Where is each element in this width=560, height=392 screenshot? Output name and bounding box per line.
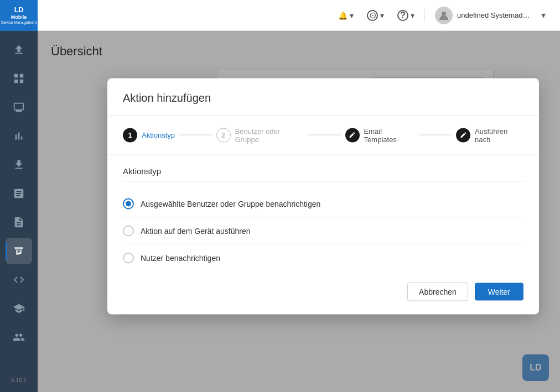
radio-label-device-action: Aktion auf dem Gerät ausführen <box>141 226 250 235</box>
step-2-circle: 2 <box>216 128 231 142</box>
compass-button[interactable]: ⊙ ▾ <box>361 7 390 24</box>
sidebar-item-filter[interactable] <box>6 238 32 264</box>
help-chevron: ▾ <box>411 11 414 20</box>
active-indicator <box>6 242 7 260</box>
next-button[interactable]: Weiter <box>475 283 523 300</box>
modal-body: Aktionstyp Ausgewählte Benutzer oder Gru… <box>107 155 539 271</box>
topbar-actions: 🔔 ▾ ⊙ ▾ ? ▾ undefined Systemadmi... ▾ <box>333 3 551 28</box>
user-menu[interactable]: undefined Systemadmi... ▾ <box>429 3 551 28</box>
step-4-label: Ausführen nach <box>475 127 523 143</box>
step-2: 2 Benutzer oder Gruppe <box>216 127 304 143</box>
steps-bar: 1 Aktionstyp 2 Benutzer oder Gruppe Emai… <box>107 116 539 155</box>
radio-label-notify-group: Ausgewählte Benutzer oder Gruppe benachr… <box>141 199 320 208</box>
radio-options-list: Ausgewählte Benutzer oder Gruppe benachr… <box>123 190 523 271</box>
sidebar-item-chart[interactable] <box>6 123 32 149</box>
step-1-label: Aktionstyp <box>142 131 175 139</box>
sidebar-item-upload[interactable] <box>6 36 32 63</box>
step-1-circle: 1 <box>123 128 137 142</box>
step-connector-3 <box>419 135 452 135</box>
cancel-button[interactable]: Abbrechen <box>407 282 468 301</box>
username-label: undefined Systemadmi... <box>457 11 535 19</box>
step-2-number: 2 <box>221 131 225 139</box>
compass-icon: ⊙ <box>367 10 378 21</box>
step-1: 1 Aktionstyp <box>123 128 175 142</box>
radio-label-notify-user: Nutzer benachrichtigen <box>141 253 220 262</box>
step-1-number: 1 <box>128 131 132 139</box>
topbar: LD Mobile Device Management 🔔 ▾ ⊙ ▾ ? ▾ <box>0 0 560 31</box>
avatar <box>435 7 453 24</box>
step-3-label: Email Templates <box>364 127 415 143</box>
modal-add-action: Aktion hinzufügen 1 Aktionstyp 2 Benutze… <box>107 78 539 314</box>
sidebar-item-download[interactable] <box>6 151 32 178</box>
step-4: Ausführen nach <box>456 127 523 143</box>
step-connector-2 <box>308 135 341 135</box>
sidebar-item-grid[interactable] <box>6 65 32 92</box>
modal-header: Aktion hinzufügen <box>107 78 539 116</box>
step-2-label: Benutzer oder Gruppe <box>235 127 304 143</box>
step-connector-1 <box>179 135 212 135</box>
bell-button[interactable]: 🔔 ▾ <box>333 8 359 23</box>
radio-option-device-action[interactable]: Aktion auf dem Gerät ausführen <box>123 217 523 244</box>
topbar-divider <box>424 9 425 22</box>
sidebar-item-code[interactable] <box>6 266 32 293</box>
sidebar: 5.18.2 <box>0 31 38 392</box>
compass-chevron: ▾ <box>380 11 384 20</box>
bell-icon: 🔔 <box>338 11 348 20</box>
user-chevron: ▾ <box>541 10 546 20</box>
bell-chevron: ▾ <box>350 11 354 20</box>
section-title: Aktionstyp <box>123 166 523 181</box>
sidebar-item-school[interactable] <box>6 295 32 322</box>
svg-point-0 <box>442 12 446 16</box>
sidebar-item-import[interactable] <box>6 180 32 207</box>
sidebar-item-display[interactable] <box>6 94 32 121</box>
app-logo-text: LD Mobile Device Management <box>1 6 37 25</box>
radio-circle-device-action <box>123 225 134 236</box>
modal-title: Aktion hinzufügen <box>123 91 523 104</box>
radio-option-notify-user[interactable]: Nutzer benachrichtigen <box>123 244 523 271</box>
help-button[interactable]: ? ▾ <box>392 7 420 24</box>
step-3-circle <box>345 128 360 142</box>
help-icon: ? <box>397 10 408 21</box>
sidebar-item-users[interactable] <box>6 324 32 351</box>
radio-circle-notify-group <box>123 198 134 209</box>
sidebar-item-file[interactable] <box>6 209 32 236</box>
app-logo: LD Mobile Device Management <box>0 0 38 31</box>
radio-circle-notify-user <box>123 252 134 263</box>
step-3: Email Templates <box>345 127 415 143</box>
modal-footer: Abbrechen Weiter <box>107 271 539 301</box>
version-label: 5.18.2 <box>11 377 27 388</box>
step-4-circle <box>456 128 470 142</box>
radio-option-notify-group[interactable]: Ausgewählte Benutzer oder Gruppe benachr… <box>123 190 523 217</box>
